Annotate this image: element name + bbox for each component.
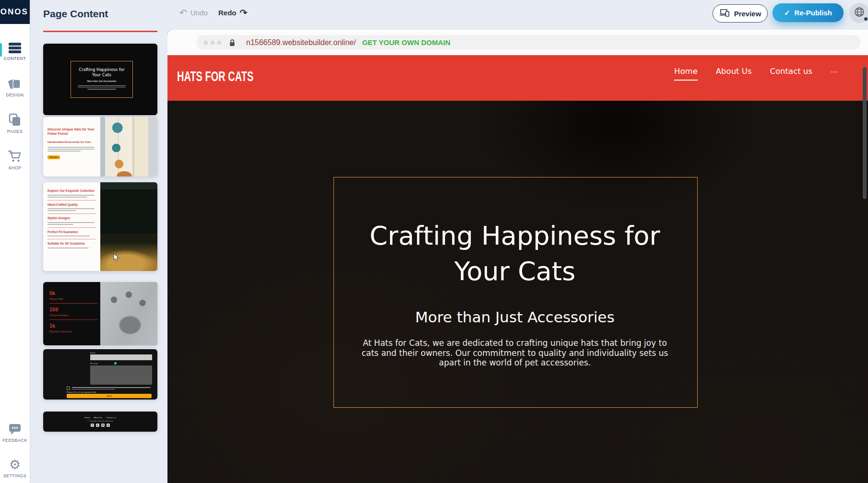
site-nav: Home About Us Contact us ⋯ <box>674 67 838 81</box>
check-icon: ✓ <box>784 9 790 17</box>
section-thumbnail-stats[interactable]: 5k Happy Cats 150 Unique Designs 1k Repe… <box>43 282 157 345</box>
redo-icon: ↷ <box>240 8 248 17</box>
social-linkedin-icon: in <box>101 424 105 427</box>
notification-dot <box>863 16 868 22</box>
section-thumbnail-hero[interactable]: Crafting Happiness for Your Cats More th… <box>43 44 157 115</box>
design-icon <box>0 77 30 90</box>
site-url[interactable]: n1566589.websitebuilder.online/ <box>246 38 356 47</box>
active-tab-indicator <box>0 43 2 57</box>
ionos-logo: IONOS <box>0 0 30 24</box>
thumb-message-textarea <box>90 365 153 385</box>
social-instagram-icon: o <box>107 424 110 427</box>
sidebar-item-content[interactable]: CONTENT <box>0 40 30 61</box>
lock-icon <box>229 39 236 47</box>
thumb-subheading: Handcrafted Exclusively for Cats <box>48 141 96 143</box>
section-thumbnail-discover[interactable]: Discover Unique Hats for Your Feline Fri… <box>43 117 157 177</box>
site-brand[interactable]: HATS FOR CATS <box>177 69 253 84</box>
thumb-hero-selection: Crafting Happiness for Your Cats More th… <box>71 61 133 98</box>
thumb-send-button: Send <box>67 394 152 398</box>
cart-icon <box>0 150 30 163</box>
thumb-consent-checkbox <box>67 387 70 390</box>
undo-icon: ↶ <box>179 8 187 17</box>
section-thumbnail-features[interactable]: Explore Our Exquisite Collection Hand-Cr… <box>43 182 157 271</box>
undo-button[interactable]: ↶ Undo <box>179 8 208 17</box>
globe-button[interactable] <box>849 3 868 23</box>
social-x-icon: x <box>96 424 99 427</box>
preview-label: Preview <box>734 10 761 18</box>
site-preview-canvas: n1566589.websitebuilder.online/ GET YOUR… <box>167 30 868 483</box>
thumb-name-input <box>90 354 153 360</box>
preview-button[interactable]: Preview <box>713 4 768 23</box>
republish-button[interactable]: ✓ Re-Publish <box>773 3 844 22</box>
page-title: Page Content <box>43 8 108 20</box>
thumb-shop-button: Shop Now <box>48 155 60 159</box>
section-thumbnail-form[interactable]: Name* Message Please fill in all the req… <box>43 349 157 400</box>
sidebar-item-feedback[interactable]: FEEDBACK <box>0 422 30 443</box>
sidebar-item-shop[interactable]: SHOP <box>0 150 30 170</box>
panel-divider <box>43 31 157 32</box>
redo-button[interactable]: Redo ↷ <box>218 8 247 17</box>
undo-label: Undo <box>190 9 208 17</box>
hero-subtitle[interactable]: More than Just Accessories <box>285 308 745 326</box>
get-domain-link[interactable]: GET YOUR OWN DOMAIN <box>362 38 451 47</box>
content-icon <box>0 40 30 54</box>
republish-label: Re-Publish <box>795 9 832 17</box>
sidebar-item-design[interactable]: DESIGN <box>0 77 30 97</box>
ionos-website-builder: ↶ Undo Redo ↷ Preview ✓ Re-Publish IO <box>0 0 868 483</box>
mouse-cursor <box>113 253 120 264</box>
hero-copy: Crafting Happiness for Your Cats More th… <box>285 218 745 368</box>
thumb-field-marker <box>114 362 117 365</box>
url-bar: n1566589.websitebuilder.online/ GET YOUR… <box>196 35 860 50</box>
canvas-scrollbar-thumb[interactable] <box>863 67 867 199</box>
paw-print-photo <box>100 282 157 345</box>
nav-contact[interactable]: Contact us <box>770 67 813 80</box>
browser-chrome-bar: n1566589.websitebuilder.online/ GET YOUR… <box>167 30 868 55</box>
hero-body-text[interactable]: At Hats for Cats, we are dedicated to cr… <box>361 338 668 368</box>
hero-title[interactable]: Crafting Happiness for Your Cats <box>285 218 745 289</box>
gear-icon: ⚙ <box>0 458 30 471</box>
cat-fur-photo <box>100 182 157 271</box>
sidebar-item-pages[interactable]: PAGES <box>0 113 30 134</box>
sidebar-item-settings[interactable]: ⚙ SETTINGS <box>0 458 30 478</box>
feedback-bubble-icon <box>0 422 30 436</box>
nav-more-ellipsis[interactable]: ⋯ <box>831 68 838 76</box>
street-food-photo <box>100 117 157 177</box>
nav-about[interactable]: About Us <box>716 67 752 80</box>
redo-label: Redo <box>218 9 237 17</box>
site-header[interactable]: HATS FOR CATS Home About Us Contact us ⋯ <box>167 55 868 101</box>
browser-dots <box>204 41 221 45</box>
nav-home[interactable]: Home <box>674 67 698 81</box>
text-lines <box>48 147 95 152</box>
text-lines <box>78 85 126 90</box>
social-facebook-icon: f <box>91 424 94 427</box>
thumb-heading: Discover Unique Hats for Your Feline Fri… <box>48 128 96 136</box>
section-thumbnail-footer[interactable]: Home About Us Contact us © Copyright. Al… <box>43 412 157 432</box>
devices-icon <box>719 9 730 18</box>
hero-section[interactable]: Crafting Happiness for Your Cats More th… <box>167 101 868 483</box>
pages-icon <box>0 113 30 127</box>
sidebar-rail: IONOS CONTENT DESIGN <box>0 0 30 483</box>
